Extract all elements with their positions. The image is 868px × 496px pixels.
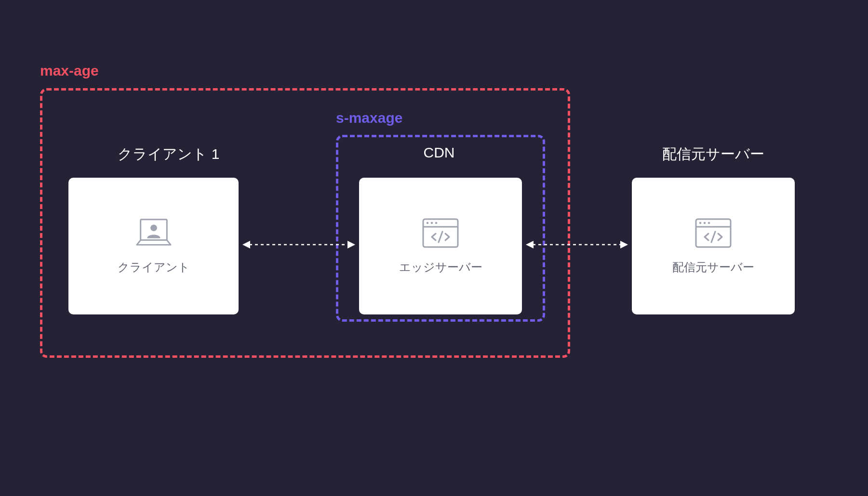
cdn-section-title: CDN <box>415 144 463 161</box>
svg-point-6 <box>435 222 437 224</box>
client-section-title: クライアント 1 <box>113 144 224 164</box>
browser-code-icon <box>421 217 460 251</box>
svg-line-13 <box>711 232 715 242</box>
svg-marker-15 <box>242 241 250 248</box>
origin-card-caption: 配信元サーバー <box>672 260 754 275</box>
diagram-stage: max-age s-maxage クライアント 1 CDN 配信元サーバー クラ… <box>0 0 868 496</box>
s-maxage-label: s-maxage <box>336 110 402 126</box>
origin-server-card: 配信元サーバー <box>632 178 795 314</box>
svg-point-11 <box>704 222 706 224</box>
svg-point-1 <box>150 224 157 231</box>
client-card-caption: クライアント <box>118 260 190 275</box>
svg-marker-16 <box>347 241 355 248</box>
svg-line-7 <box>439 232 442 242</box>
origin-section-title: 配信元サーバー <box>660 144 766 164</box>
max-age-label: max-age <box>40 63 99 79</box>
svg-point-4 <box>427 222 428 224</box>
arrow-client-edge <box>242 239 355 250</box>
client-card: クライアント <box>68 178 239 314</box>
svg-point-5 <box>431 222 433 224</box>
browser-code-icon <box>694 217 733 251</box>
laptop-icon <box>135 217 173 251</box>
svg-marker-19 <box>620 241 628 248</box>
svg-marker-18 <box>526 241 534 248</box>
edge-card-caption: エッジサーバー <box>399 260 482 275</box>
svg-point-12 <box>708 222 710 224</box>
svg-point-10 <box>699 222 701 224</box>
arrow-edge-origin <box>526 239 628 250</box>
edge-server-card: エッジサーバー <box>359 178 522 314</box>
